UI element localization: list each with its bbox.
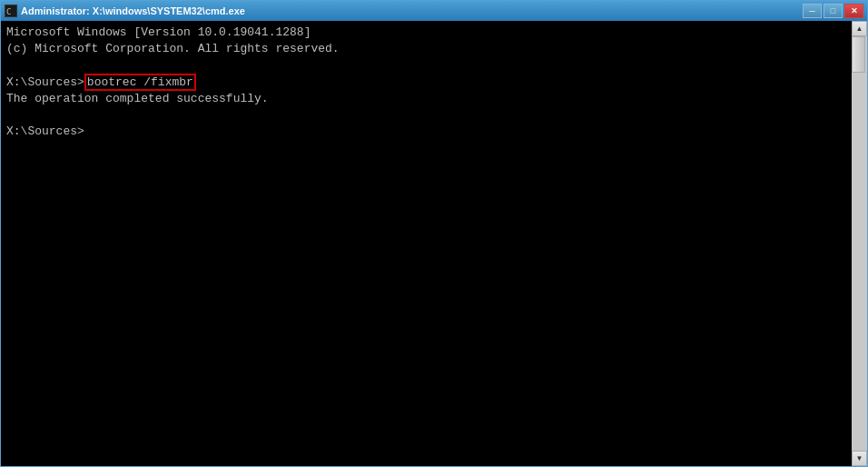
scroll-down-button[interactable]: ▼ [852,451,867,466]
scrollbar[interactable]: ▲ ▼ [852,21,867,466]
maximize-button[interactable]: □ [824,4,843,18]
close-button[interactable]: ✕ [844,4,863,18]
title-text: Administrator: X:\windows\SYSTEM32\cmd.e… [21,5,245,16]
scroll-thumb[interactable] [852,36,865,73]
scroll-track[interactable] [852,36,867,451]
cmd-icon: C [5,5,17,17]
terminal-area[interactable]: Microsoft Windows [Version 10.0.19041.12… [1,21,852,466]
version-line: Microsoft Windows [Version 10.0.19041.12… [6,25,311,39]
cmd-window: C Administrator: X:\windows\SYSTEM32\cmd… [0,0,868,467]
window-content: Microsoft Windows [Version 10.0.19041.12… [1,21,867,466]
minimize-button[interactable]: ─ [803,4,822,18]
prompt-line: X:\Sources>bootrec /fixmbr [6,74,196,91]
result-line: The operation completed successfully. [6,92,269,105]
title-bar: C Administrator: X:\windows\SYSTEM32\cmd… [1,1,867,21]
title-bar-buttons: ─ □ ✕ [803,4,863,18]
prompt-line2: X:\Sources> [6,124,84,138]
prompt1: X:\Sources> [6,75,84,89]
svg-text:C: C [6,7,11,16]
title-bar-left: C Administrator: X:\windows\SYSTEM32\cmd… [5,5,245,17]
copyright-line: (c) Microsoft Corporation. All rights re… [6,42,340,55]
command-highlighted: bootrec /fixmbr [84,74,196,91]
terminal-output: Microsoft Windows [Version 10.0.19041.12… [6,25,846,140]
scroll-up-button[interactable]: ▲ [852,21,867,36]
